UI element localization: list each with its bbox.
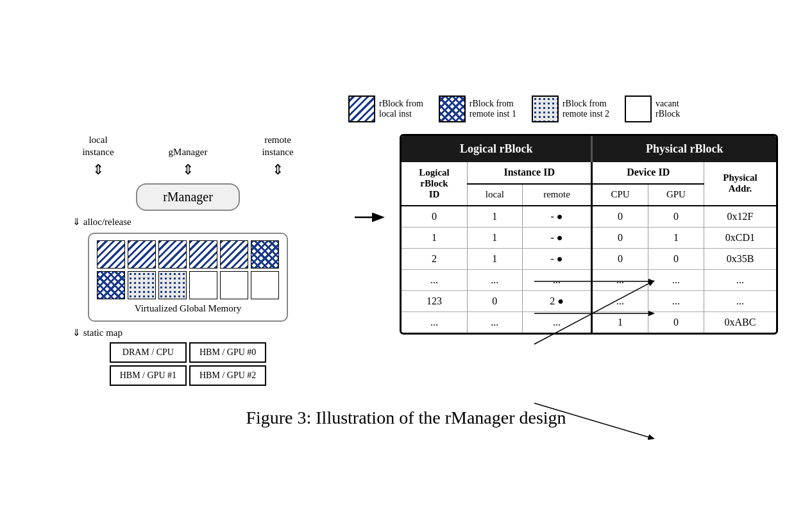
device-hbm-gpu0: HBM / GPU #0 — [189, 342, 266, 363]
cell-gpu: ... — [648, 269, 704, 290]
arrow-gmanager: ⇕ — [159, 162, 217, 178]
rmanager-to-table-arrow — [355, 208, 387, 227]
legend-swatch-vacant — [625, 95, 652, 122]
local-instance-label: localinstance — [76, 134, 121, 159]
vmem-box: Virtualized Global Memory — [88, 233, 288, 322]
cell-logical-id: 1 — [402, 227, 467, 248]
arrow-local: ⇕ — [76, 162, 121, 178]
cell-cpu: 0 — [592, 227, 648, 248]
legend-swatch-remote1 — [439, 95, 466, 122]
legend-swatch-remote2 — [532, 95, 559, 122]
legend: rBlock fromlocal inst rBlock fromremote … — [348, 95, 680, 122]
rmanager-row: rManager — [136, 183, 240, 211]
gmanager-label: gManager — [159, 146, 217, 159]
vmem-cell — [251, 240, 279, 269]
diagram: localinstance gManager remoteinstance ⇕ … — [21, 128, 791, 392]
device-hbm-gpu2: HBM / GPU #2 — [189, 365, 266, 386]
remote-instance-label: remoteinstance — [255, 134, 300, 159]
table-row: 2 1 - ● 0 0 0x35B — [402, 248, 776, 269]
physical-rblock-header: Physical rBlock — [592, 136, 776, 162]
legend-label-local: rBlock fromlocal inst — [379, 99, 423, 119]
device-dram-cpu: DRAM / CPU — [110, 342, 187, 363]
cell-remote: - ● — [522, 248, 592, 269]
cpu-header: CPU — [592, 184, 648, 206]
arrows-row: ⇕ ⇕ ⇕ — [76, 162, 300, 178]
device-grid: DRAM / CPU HBM / GPU #0 HBM / GPU #1 HBM… — [110, 342, 267, 386]
cell-addr: ... — [704, 290, 776, 311]
cell-remote: - ● — [522, 206, 592, 228]
table-body: 0 1 - ● 0 0 0x12F 1 1 - ● 0 1 — [402, 206, 776, 333]
cell-remote: - ● — [522, 227, 592, 248]
logical-rblock-header: Logical rBlock — [402, 136, 592, 162]
vmem-cell — [97, 240, 125, 269]
cell-local: ... — [467, 311, 522, 333]
vmem-cell — [189, 240, 217, 269]
instances-row: localinstance gManager remoteinstance — [76, 134, 300, 159]
logical-rblock-id-header: LogicalrBlockID — [402, 162, 467, 206]
cell-addr: 0x12F — [704, 206, 776, 228]
table-container: Logical rBlock Physical rBlock LogicalrB… — [400, 134, 778, 335]
cell-logical-id: ... — [402, 269, 467, 290]
cell-local: 1 — [467, 206, 522, 228]
legend-item-remote1: rBlock fromremote inst 1 — [439, 95, 516, 122]
legend-item-local: rBlock fromlocal inst — [348, 95, 423, 122]
cell-logical-id: 0 — [402, 206, 467, 228]
cell-remote: ... — [522, 311, 592, 333]
rmanager-box: rManager — [136, 183, 240, 211]
vmem-cell — [189, 271, 217, 299]
cell-logical-id: 123 — [402, 290, 467, 311]
legend-item-remote2: rBlock fromremote inst 2 — [532, 95, 609, 122]
instance-id-header: Instance ID — [467, 162, 591, 184]
cell-remote: 2 ● — [522, 290, 592, 311]
vmem-cell — [220, 271, 248, 299]
cell-cpu: ... — [592, 290, 648, 311]
cell-local: 1 — [467, 248, 522, 269]
vmem-cell — [128, 240, 156, 269]
vmem-grid — [97, 240, 279, 299]
section-header-row: Logical rBlock Physical rBlock — [402, 136, 776, 162]
cell-addr: 0xABC — [704, 311, 776, 333]
cell-gpu: ... — [648, 290, 704, 311]
table-row: 123 0 2 ● ... ... ... — [402, 290, 776, 311]
left-panel: localinstance gManager remoteinstance ⇕ … — [34, 134, 342, 386]
vmem-cell — [158, 240, 187, 269]
device-hbm-gpu1: HBM / GPU #1 — [110, 365, 187, 386]
cell-local: 0 — [467, 290, 522, 311]
static-label: ⇓ static map — [72, 327, 123, 338]
alloc-label: ⇓ alloc/release — [72, 216, 131, 228]
cell-logical-id: ... — [402, 311, 467, 333]
vmem-cell — [251, 271, 279, 299]
cell-cpu: 0 — [592, 206, 648, 228]
cell-cpu: 0 — [592, 248, 648, 269]
legend-label-remote1: rBlock fromremote inst 1 — [469, 99, 516, 119]
device-id-header: Device ID — [592, 162, 704, 184]
table-row: 1 1 - ● 0 1 0xCD1 — [402, 227, 776, 248]
right-panel: Logical rBlock Physical rBlock LogicalrB… — [400, 134, 778, 335]
cell-logical-id: 2 — [402, 248, 467, 269]
vmem-cell — [128, 271, 156, 299]
vmem-cell — [158, 271, 187, 299]
rblock-table: Logical rBlock Physical rBlock LogicalrB… — [402, 136, 776, 333]
table-row: ... ... ... ... ... ... — [402, 269, 776, 290]
table-row: ... ... ... 1 0 0xABC — [402, 311, 776, 333]
physical-addr-header: PhysicalAddr. — [704, 162, 776, 206]
cell-addr: ... — [704, 269, 776, 290]
table-row: 0 1 - ● 0 0 0x12F — [402, 206, 776, 228]
legend-label-remote2: rBlock fromremote inst 2 — [562, 99, 609, 119]
legend-swatch-local — [348, 95, 375, 122]
cell-gpu: 0 — [648, 311, 704, 333]
cell-cpu: 1 — [592, 311, 648, 333]
cell-local: ... — [467, 269, 522, 290]
arrow-remote: ⇕ — [255, 162, 300, 178]
local-header: local — [467, 184, 522, 206]
gpu-header: GPU — [648, 184, 704, 206]
cell-local: 1 — [467, 227, 522, 248]
legend-label-vacant: vacantrBlock — [656, 99, 680, 119]
sub-header-row: LogicalrBlockID Instance ID Device ID Ph… — [402, 162, 776, 184]
cell-addr: 0x35B — [704, 248, 776, 269]
vmem-label: Virtualized Global Memory — [97, 303, 279, 314]
cell-remote: ... — [522, 269, 592, 290]
figure-caption: Figure 3: Illustration of the rManager d… — [246, 408, 566, 428]
vmem-cell — [220, 240, 248, 269]
cell-gpu: 0 — [648, 206, 704, 228]
